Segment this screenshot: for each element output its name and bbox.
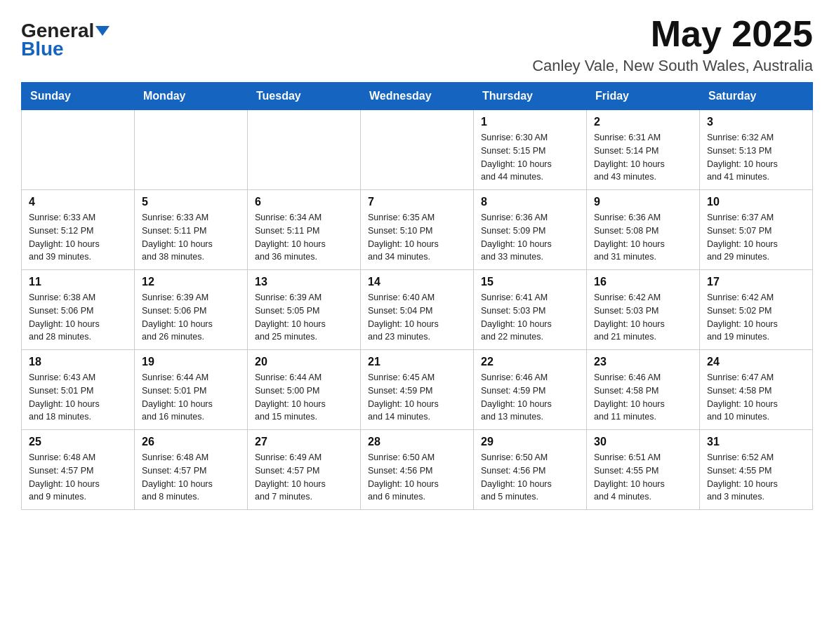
page-header: General Blue May 2025 Canley Vale, New S… — [21, 14, 813, 75]
day-number: 18 — [29, 356, 127, 368]
location-title: Canley Vale, New South Wales, Australia — [532, 57, 813, 75]
calendar-cell: 12Sunrise: 6:39 AM Sunset: 5:06 PM Dayli… — [135, 270, 248, 350]
logo-triangle-icon — [95, 26, 110, 36]
calendar-cell: 22Sunrise: 6:46 AM Sunset: 4:59 PM Dayli… — [474, 350, 587, 430]
calendar-cell: 15Sunrise: 6:41 AM Sunset: 5:03 PM Dayli… — [474, 270, 587, 350]
day-info: Sunrise: 6:46 AM Sunset: 4:58 PM Dayligh… — [594, 371, 692, 424]
day-number: 22 — [481, 356, 579, 368]
calendar-cell: 11Sunrise: 6:38 AM Sunset: 5:06 PM Dayli… — [22, 270, 135, 350]
day-number: 27 — [255, 436, 353, 448]
calendar-header-row: SundayMondayTuesdayWednesdayThursdayFrid… — [22, 83, 813, 110]
calendar-cell: 28Sunrise: 6:50 AM Sunset: 4:56 PM Dayli… — [361, 430, 474, 510]
calendar-cell: 24Sunrise: 6:47 AM Sunset: 4:58 PM Dayli… — [700, 350, 813, 430]
day-number: 14 — [368, 276, 466, 288]
calendar-cell: 25Sunrise: 6:48 AM Sunset: 4:57 PM Dayli… — [22, 430, 135, 510]
day-number: 15 — [481, 276, 579, 288]
calendar-cell: 26Sunrise: 6:48 AM Sunset: 4:57 PM Dayli… — [135, 430, 248, 510]
calendar-cell: 19Sunrise: 6:44 AM Sunset: 5:01 PM Dayli… — [135, 350, 248, 430]
calendar-header-saturday: Saturday — [700, 83, 813, 110]
day-info: Sunrise: 6:39 AM Sunset: 5:05 PM Dayligh… — [255, 291, 353, 344]
calendar-cell: 16Sunrise: 6:42 AM Sunset: 5:03 PM Dayli… — [587, 270, 700, 350]
calendar-cell: 23Sunrise: 6:46 AM Sunset: 4:58 PM Dayli… — [587, 350, 700, 430]
calendar-cell: 8Sunrise: 6:36 AM Sunset: 5:09 PM Daylig… — [474, 190, 587, 270]
day-info: Sunrise: 6:39 AM Sunset: 5:06 PM Dayligh… — [142, 291, 240, 344]
day-number: 5 — [142, 196, 240, 208]
day-info: Sunrise: 6:50 AM Sunset: 4:56 PM Dayligh… — [368, 451, 466, 504]
calendar-week-row: 1Sunrise: 6:30 AM Sunset: 5:15 PM Daylig… — [22, 110, 813, 190]
day-info: Sunrise: 6:47 AM Sunset: 4:58 PM Dayligh… — [707, 371, 805, 424]
calendar-header-monday: Monday — [135, 83, 248, 110]
calendar-cell — [22, 110, 135, 190]
day-number: 16 — [594, 276, 692, 288]
day-number: 8 — [481, 196, 579, 208]
calendar-header-sunday: Sunday — [22, 83, 135, 110]
day-info: Sunrise: 6:30 AM Sunset: 5:15 PM Dayligh… — [481, 131, 579, 184]
calendar-cell: 17Sunrise: 6:42 AM Sunset: 5:02 PM Dayli… — [700, 270, 813, 350]
calendar-week-row: 25Sunrise: 6:48 AM Sunset: 4:57 PM Dayli… — [22, 430, 813, 510]
day-number: 17 — [707, 276, 805, 288]
calendar-cell: 21Sunrise: 6:45 AM Sunset: 4:59 PM Dayli… — [361, 350, 474, 430]
calendar-cell: 10Sunrise: 6:37 AM Sunset: 5:07 PM Dayli… — [700, 190, 813, 270]
day-number: 21 — [368, 356, 466, 368]
calendar-cell — [361, 110, 474, 190]
day-number: 24 — [707, 356, 805, 368]
calendar-cell: 5Sunrise: 6:33 AM Sunset: 5:11 PM Daylig… — [135, 190, 248, 270]
day-info: Sunrise: 6:42 AM Sunset: 5:03 PM Dayligh… — [594, 291, 692, 344]
calendar-cell: 29Sunrise: 6:50 AM Sunset: 4:56 PM Dayli… — [474, 430, 587, 510]
calendar-cell — [248, 110, 361, 190]
day-info: Sunrise: 6:40 AM Sunset: 5:04 PM Dayligh… — [368, 291, 466, 344]
day-number: 23 — [594, 356, 692, 368]
calendar-cell: 2Sunrise: 6:31 AM Sunset: 5:14 PM Daylig… — [587, 110, 700, 190]
day-number: 7 — [368, 196, 466, 208]
calendar-header-thursday: Thursday — [474, 83, 587, 110]
day-number: 30 — [594, 436, 692, 448]
calendar-week-row: 11Sunrise: 6:38 AM Sunset: 5:06 PM Dayli… — [22, 270, 813, 350]
day-info: Sunrise: 6:48 AM Sunset: 4:57 PM Dayligh… — [142, 451, 240, 504]
logo: General Blue — [21, 21, 110, 60]
day-info: Sunrise: 6:51 AM Sunset: 4:55 PM Dayligh… — [594, 451, 692, 504]
calendar-cell: 4Sunrise: 6:33 AM Sunset: 5:12 PM Daylig… — [22, 190, 135, 270]
calendar-cell: 9Sunrise: 6:36 AM Sunset: 5:08 PM Daylig… — [587, 190, 700, 270]
day-info: Sunrise: 6:44 AM Sunset: 5:01 PM Dayligh… — [142, 371, 240, 424]
day-info: Sunrise: 6:37 AM Sunset: 5:07 PM Dayligh… — [707, 211, 805, 264]
calendar-week-row: 4Sunrise: 6:33 AM Sunset: 5:12 PM Daylig… — [22, 190, 813, 270]
day-info: Sunrise: 6:34 AM Sunset: 5:11 PM Dayligh… — [255, 211, 353, 264]
day-number: 6 — [255, 196, 353, 208]
day-number: 20 — [255, 356, 353, 368]
calendar-cell: 20Sunrise: 6:44 AM Sunset: 5:00 PM Dayli… — [248, 350, 361, 430]
calendar-cell: 13Sunrise: 6:39 AM Sunset: 5:05 PM Dayli… — [248, 270, 361, 350]
calendar-cell: 3Sunrise: 6:32 AM Sunset: 5:13 PM Daylig… — [700, 110, 813, 190]
day-info: Sunrise: 6:38 AM Sunset: 5:06 PM Dayligh… — [29, 291, 127, 344]
day-number: 28 — [368, 436, 466, 448]
calendar-header-tuesday: Tuesday — [248, 83, 361, 110]
day-info: Sunrise: 6:52 AM Sunset: 4:55 PM Dayligh… — [707, 451, 805, 504]
calendar-cell: 27Sunrise: 6:49 AM Sunset: 4:57 PM Dayli… — [248, 430, 361, 510]
day-info: Sunrise: 6:41 AM Sunset: 5:03 PM Dayligh… — [481, 291, 579, 344]
calendar-table: SundayMondayTuesdayWednesdayThursdayFrid… — [21, 82, 813, 510]
calendar-header-wednesday: Wednesday — [361, 83, 474, 110]
day-info: Sunrise: 6:36 AM Sunset: 5:08 PM Dayligh… — [594, 211, 692, 264]
title-area: May 2025 Canley Vale, New South Wales, A… — [532, 14, 813, 75]
day-number: 3 — [707, 116, 805, 128]
calendar-cell: 18Sunrise: 6:43 AM Sunset: 5:01 PM Dayli… — [22, 350, 135, 430]
day-info: Sunrise: 6:46 AM Sunset: 4:59 PM Dayligh… — [481, 371, 579, 424]
day-info: Sunrise: 6:36 AM Sunset: 5:09 PM Dayligh… — [481, 211, 579, 264]
day-info: Sunrise: 6:50 AM Sunset: 4:56 PM Dayligh… — [481, 451, 579, 504]
day-info: Sunrise: 6:31 AM Sunset: 5:14 PM Dayligh… — [594, 131, 692, 184]
day-info: Sunrise: 6:42 AM Sunset: 5:02 PM Dayligh… — [707, 291, 805, 344]
calendar-header-friday: Friday — [587, 83, 700, 110]
day-number: 11 — [29, 276, 127, 288]
day-number: 2 — [594, 116, 692, 128]
calendar-cell: 1Sunrise: 6:30 AM Sunset: 5:15 PM Daylig… — [474, 110, 587, 190]
day-info: Sunrise: 6:35 AM Sunset: 5:10 PM Dayligh… — [368, 211, 466, 264]
calendar-cell: 30Sunrise: 6:51 AM Sunset: 4:55 PM Dayli… — [587, 430, 700, 510]
day-info: Sunrise: 6:48 AM Sunset: 4:57 PM Dayligh… — [29, 451, 127, 504]
calendar-cell: 6Sunrise: 6:34 AM Sunset: 5:11 PM Daylig… — [248, 190, 361, 270]
day-number: 26 — [142, 436, 240, 448]
month-title: May 2025 — [532, 14, 813, 54]
day-number: 31 — [707, 436, 805, 448]
calendar-cell — [135, 110, 248, 190]
day-number: 4 — [29, 196, 127, 208]
day-info: Sunrise: 6:45 AM Sunset: 4:59 PM Dayligh… — [368, 371, 466, 424]
day-info: Sunrise: 6:43 AM Sunset: 5:01 PM Dayligh… — [29, 371, 127, 424]
